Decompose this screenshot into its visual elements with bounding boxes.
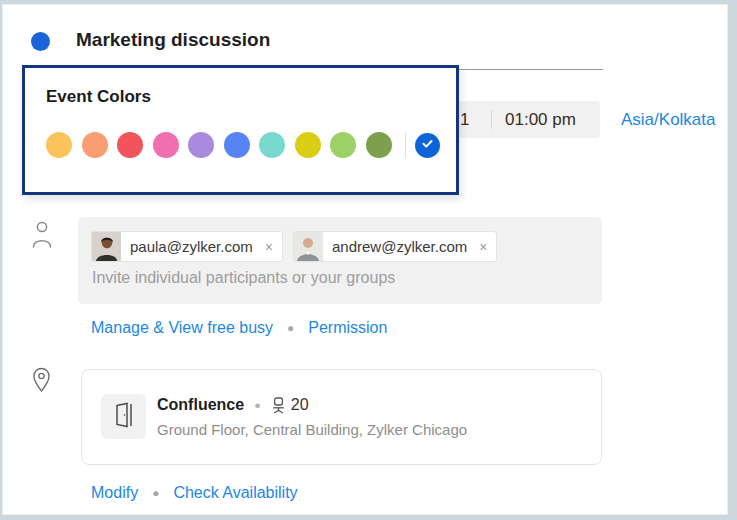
location-card[interactable]: Confluence ● 20 Ground Floor, Central Bu… — [81, 369, 602, 465]
participants-icon — [31, 219, 53, 253]
participants-placeholder: Invite individual participants or your g… — [92, 269, 395, 287]
window-frame: Marketing discussion 1 01:00 pm Asia/Kol… — [0, 0, 737, 520]
color-swatch-purple[interactable] — [188, 132, 214, 158]
popup-title: Event Colors — [46, 87, 151, 107]
remove-participant-icon[interactable]: × — [265, 239, 273, 255]
event-colors-popup: Event Colors — [22, 65, 459, 195]
participants-links: Manage & View free busy ● Permission — [91, 319, 387, 337]
swatch-divider — [405, 132, 406, 158]
color-swatch-olive[interactable] — [366, 132, 392, 158]
door-icon — [111, 401, 137, 433]
event-editor: Marketing discussion 1 01:00 pm Asia/Kol… — [2, 4, 728, 515]
participant-chip[interactable]: andrew@zylker.com × — [293, 231, 497, 262]
color-swatch-selected[interactable] — [415, 133, 440, 158]
color-swatch-olive-yellow[interactable] — [295, 132, 321, 158]
color-swatch-green[interactable] — [330, 132, 356, 158]
participant-email: paula@zylker.com — [130, 238, 253, 255]
color-swatch-pink[interactable] — [153, 132, 179, 158]
time-input[interactable]: 01:00 pm — [505, 101, 576, 138]
participant-email: andrew@zylker.com — [332, 238, 467, 255]
room-icon-box — [101, 394, 146, 439]
participant-chips: paula@zylker.com × andrew@zylker.com × — [91, 231, 507, 262]
participant-avatar — [294, 232, 323, 261]
remove-participant-icon[interactable]: × — [479, 239, 487, 255]
location-pin-icon — [32, 367, 51, 397]
check-icon — [420, 136, 435, 155]
datetime-divider — [491, 110, 492, 129]
room-address: Ground Floor, Central Building, Zylker C… — [157, 421, 467, 438]
room-name: Confluence — [157, 396, 244, 414]
event-color-dot[interactable] — [31, 32, 50, 51]
date-input[interactable]: 1 — [460, 101, 469, 138]
permission-link[interactable]: Permission — [308, 319, 387, 337]
swatch-list — [46, 132, 401, 158]
seat-capacity-icon — [271, 397, 286, 414]
participants-field[interactable]: paula@zylker.com × andrew@zylker.com × I… — [78, 217, 602, 304]
dot-separator: ● — [287, 321, 294, 335]
color-swatch-salmon[interactable] — [82, 132, 108, 158]
modify-link[interactable]: Modify — [91, 484, 138, 502]
room-capacity: 20 — [291, 396, 309, 414]
color-swatch-row — [46, 132, 440, 158]
color-swatch-amber[interactable] — [46, 132, 72, 158]
check-availability-link[interactable]: Check Availability — [173, 484, 297, 502]
dot-separator: ● — [152, 486, 159, 500]
color-swatch-teal[interactable] — [259, 132, 285, 158]
dot-separator: ● — [254, 399, 261, 411]
color-swatch-red[interactable] — [117, 132, 143, 158]
participant-avatar — [92, 232, 121, 261]
location-links: Modify ● Check Availability — [91, 484, 298, 502]
timezone-link[interactable]: Asia/Kolkata — [621, 101, 716, 138]
color-swatch-blue[interactable] — [224, 132, 250, 158]
manage-free-busy-link[interactable]: Manage & View free busy — [91, 319, 273, 337]
event-title[interactable]: Marketing discussion — [76, 29, 270, 51]
participant-chip[interactable]: paula@zylker.com × — [91, 231, 283, 262]
room-header: Confluence ● 20 — [157, 396, 309, 414]
